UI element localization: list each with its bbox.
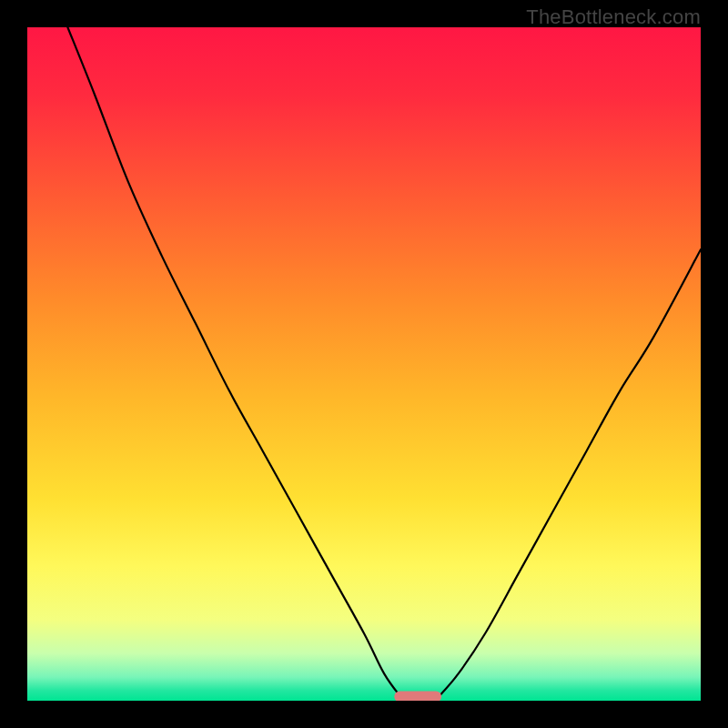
- watermark-text: TheBottleneck.com: [526, 5, 701, 29]
- curve-left-branch: [67, 27, 400, 697]
- plot-area: [27, 27, 701, 701]
- curve-layer: [27, 27, 701, 701]
- minimum-marker: [394, 692, 441, 701]
- curve-right-branch: [438, 249, 701, 697]
- chart-root: TheBottleneck.com: [0, 0, 728, 728]
